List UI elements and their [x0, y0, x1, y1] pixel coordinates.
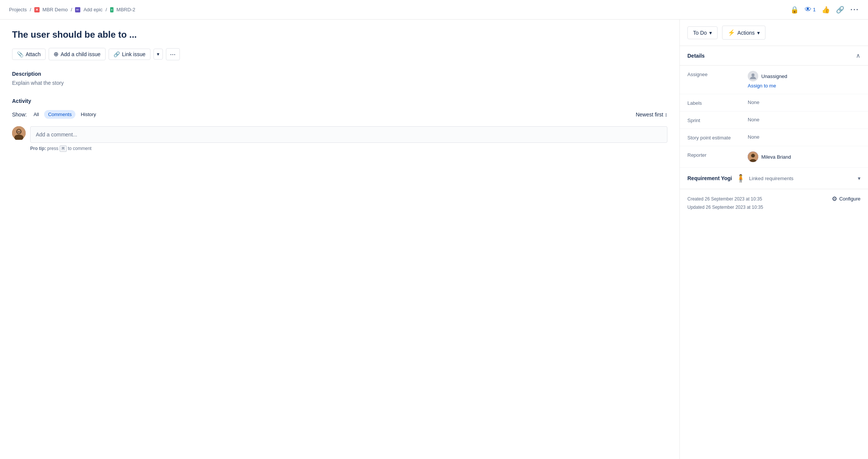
link-issue-button[interactable]: 🔗 Link issue [109, 49, 150, 60]
assign-to-me-link[interactable]: Assign to me [748, 83, 776, 89]
breadcrumb-sep3: / [106, 7, 107, 12]
toolbar-more-button[interactable]: ··· [166, 48, 180, 60]
paperclip-icon: 📎 [17, 51, 23, 57]
comment-input[interactable]: Add a comment... [30, 126, 667, 143]
activity-section: Activity Show: All Comments History Newe… [12, 98, 667, 151]
story-points-row: Story point estimate None [680, 129, 868, 146]
actions-button[interactable]: ⚡ Actions ▾ [722, 26, 765, 40]
breadcrumb-sep1: / [30, 7, 31, 12]
story-points-key: Story point estimate [687, 134, 748, 141]
configure-label: Configure [839, 196, 860, 202]
collapse-button[interactable]: ∧ [856, 52, 860, 59]
toolbar-dropdown[interactable]: ▾ [153, 49, 163, 60]
show-label: Show: [12, 112, 27, 118]
linked-req-label: Linked requirements [749, 176, 854, 181]
comment-row: Add a comment... [12, 126, 667, 143]
mbr-icon: ✕ [34, 7, 40, 12]
like-button[interactable]: 👍 [822, 6, 830, 14]
breadcrumb-projects[interactable]: Projects [9, 7, 27, 12]
sort-icon: ↕ [665, 112, 667, 118]
story-points-val: None [748, 134, 860, 140]
description-text: Explain what the story [12, 80, 667, 86]
actions-label: Actions [738, 30, 755, 36]
comment-placeholder: Add a comment... [36, 132, 77, 138]
share-icon: 🔗 [836, 6, 844, 14]
avatar-svg [12, 126, 26, 140]
filter-comments[interactable]: Comments [44, 110, 75, 119]
add-child-issue-button[interactable]: ⊕ Add a child issue [49, 48, 106, 60]
assignee-key: Assignee [687, 71, 748, 77]
story-points-none: None [748, 134, 759, 140]
description-section: Description Explain what the story [12, 71, 667, 86]
attach-button[interactable]: 📎 Attach [12, 49, 46, 60]
link-issue-label: Link issue [122, 51, 146, 57]
configure-button[interactable]: ⚙ Configure [832, 195, 860, 202]
story-icon: ▪ [110, 7, 113, 12]
child-issue-label: Add a child issue [61, 51, 101, 57]
show-filters-row: Show: All Comments History [12, 110, 100, 119]
sprint-none: None [748, 117, 759, 122]
sort-button[interactable]: Newest first ↕ [636, 112, 667, 118]
labels-val: None [748, 99, 860, 105]
assignee-info: Unassigned [748, 71, 787, 81]
actions-chevron-icon: ▾ [757, 30, 760, 36]
main-layout: The user should be able to ... 📎 Attach … [0, 20, 868, 459]
sidebar-footer: Created 26 September 2023 at 10:35 Updat… [680, 189, 868, 217]
share-button[interactable]: 🔗 [836, 6, 844, 14]
req-yogi-icon: 🧍 [736, 174, 745, 183]
breadcrumb-add-epic[interactable]: Add epic [83, 7, 103, 12]
attach-label: Attach [26, 51, 41, 57]
lock-button[interactable]: 🔒 [790, 6, 799, 14]
labels-none: None [748, 99, 759, 105]
thumbs-up-icon: 👍 [822, 6, 830, 14]
reporter-key: Reporter [687, 151, 748, 158]
sprint-row: Sprint None [680, 112, 868, 129]
link-icon: 🔗 [113, 51, 120, 57]
status-chevron-icon: ▾ [709, 30, 712, 36]
epic-icon: ✏ [75, 7, 80, 12]
breadcrumb-sep2: / [71, 7, 72, 12]
created-date: Created 26 September 2023 at 10:35 [687, 195, 763, 203]
assignee-row: Assignee Unassigned Assign to me [680, 66, 868, 94]
pro-tip-suffix: to comment [68, 146, 92, 151]
reporter-val: Mileva Briand [748, 151, 860, 162]
unassigned-icon [748, 71, 758, 81]
labels-row: Labels None [680, 94, 868, 112]
details-header[interactable]: Details ∧ [680, 46, 868, 66]
description-label: Description [12, 71, 667, 77]
status-label: To Do [693, 30, 707, 36]
filter-all[interactable]: All [30, 110, 43, 119]
lock-icon: 🔒 [790, 6, 799, 14]
req-chevron-icon[interactable]: ▾ [858, 175, 860, 181]
sprint-key: Sprint [687, 117, 748, 123]
unassigned-label: Unassigned [761, 73, 787, 79]
watch-section: 👁 1 [805, 6, 816, 14]
person-icon [749, 72, 757, 80]
sort-label: Newest first [636, 112, 663, 118]
show-row: Show: All Comments History Newest first … [12, 110, 667, 119]
breadcrumb: Projects / ✕ MBR Demo / ✏ Add epic / ▪ M… [9, 7, 135, 12]
child-issue-icon: ⊕ [54, 50, 58, 58]
breadcrumb-mbr[interactable]: MBR Demo [43, 7, 68, 12]
toolbar: 📎 Attach ⊕ Add a child issue 🔗 Link issu… [12, 48, 667, 60]
reporter-name: Mileva Briand [761, 154, 791, 160]
req-yogi-title: Requirement Yogi [687, 175, 732, 181]
more-button[interactable]: ··· [850, 5, 859, 14]
content-area: The user should be able to ... 📎 Attach … [0, 20, 679, 459]
details-title: Details [687, 53, 705, 59]
gear-icon: ⚙ [832, 195, 837, 202]
reporter-avatar-svg [748, 151, 758, 162]
filter-history[interactable]: History [77, 110, 100, 119]
user-avatar [12, 126, 26, 140]
req-yogi-section: Requirement Yogi 🧍 Linked requirements ▾ [680, 168, 868, 189]
breadcrumb-issue-id[interactable]: MBRD-2 [117, 7, 135, 12]
svg-point-8 [751, 73, 755, 76]
sidebar: To Do ▾ ⚡ Actions ▾ Details ∧ Assignee [679, 20, 868, 459]
topnav-actions: 🔒 👁 1 👍 🔗 ··· [790, 5, 859, 14]
assignee-val: Unassigned Assign to me [748, 71, 860, 89]
watch-count: 1 [813, 7, 816, 12]
status-button[interactable]: To Do ▾ [687, 26, 718, 39]
show-filters: All Comments History [30, 110, 100, 119]
issue-title: The user should be able to ... [12, 29, 667, 40]
footer-dates: Created 26 September 2023 at 10:35 Updat… [687, 195, 763, 211]
